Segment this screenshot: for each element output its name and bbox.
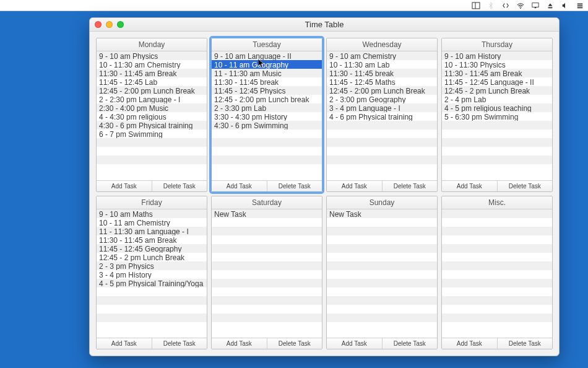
task-row[interactable] [97, 164, 207, 173]
task-row[interactable] [97, 313, 207, 322]
task-row[interactable]: 11:45 - 12:45 Maths [327, 77, 437, 86]
add-task-button[interactable]: Add Task [327, 181, 383, 191]
task-row[interactable]: 11:45 - 12:45 Geography [97, 244, 207, 253]
task-row[interactable]: New Task [212, 209, 322, 218]
task-row[interactable]: 9 - 10 am Chemistry [327, 51, 437, 60]
task-row[interactable] [442, 209, 552, 218]
task-row[interactable] [97, 156, 207, 164]
task-row[interactable] [442, 129, 552, 138]
task-row[interactable]: 9 - 10 am Maths [97, 209, 207, 218]
task-row[interactable] [212, 156, 322, 164]
task-list[interactable]: 9 - 10 am Language - II10 - 11 am Geogra… [212, 51, 322, 180]
task-row[interactable] [327, 227, 437, 235]
eject-icon[interactable] [546, 1, 555, 10]
task-row[interactable] [212, 138, 322, 147]
task-list[interactable]: 9 - 10 am Chemistry10 - 11:30 am Lab11:3… [327, 51, 437, 180]
task-row[interactable]: 4 - 5 pm Physical Training/Yoga [97, 279, 207, 287]
task-row[interactable] [442, 287, 552, 296]
task-row[interactable] [212, 296, 322, 305]
task-row[interactable]: 9 - 10 am Physics [97, 51, 207, 60]
task-row[interactable]: 10 - 11:30 am Chemistry [97, 60, 207, 69]
airplay-icon[interactable] [531, 1, 540, 10]
task-row[interactable]: 12:45 - 2 pm Lunch Break [442, 86, 552, 95]
task-row[interactable] [97, 305, 207, 313]
volume-icon[interactable] [561, 1, 569, 10]
task-row[interactable] [327, 296, 437, 305]
task-row[interactable] [442, 296, 552, 305]
add-task-button[interactable]: Add Task [97, 338, 152, 349]
task-row[interactable] [327, 270, 437, 279]
task-row[interactable] [97, 322, 207, 331]
task-row[interactable] [442, 253, 552, 261]
sidebar-icon[interactable] [472, 1, 480, 10]
task-row[interactable] [97, 138, 207, 147]
task-row[interactable]: 10 - 11 am Chemistry [97, 218, 207, 227]
minimize-window-button[interactable] [106, 21, 113, 28]
task-row[interactable] [442, 121, 552, 129]
task-row[interactable] [442, 147, 552, 156]
task-row[interactable]: 2 - 4 pm Lab [442, 95, 552, 103]
task-row[interactable]: 11:30 - 11:45 am Break [97, 69, 207, 77]
add-task-button[interactable]: Add Task [212, 338, 267, 349]
task-row[interactable] [442, 227, 552, 235]
task-row[interactable] [327, 287, 437, 296]
task-row[interactable]: 3 - 4 pm Language - I [327, 103, 437, 112]
task-row[interactable] [327, 138, 437, 147]
task-row[interactable] [327, 121, 437, 129]
task-list[interactable]: New Task [212, 209, 322, 338]
task-row[interactable] [212, 279, 322, 287]
task-row[interactable]: 2 - 3:30 pm Lab [212, 103, 322, 112]
task-row[interactable]: 2 - 3:00 pm Geography [327, 95, 437, 103]
delete-task-button[interactable]: Delete Task [152, 338, 207, 349]
task-row[interactable]: 2 - 3 pm Physics [97, 261, 207, 270]
task-list[interactable]: New Task [327, 209, 437, 338]
task-row[interactable] [442, 244, 552, 253]
task-row[interactable]: 4 - 6 pm Physical training [327, 112, 437, 121]
task-row[interactable] [212, 287, 322, 296]
task-row[interactable] [442, 322, 552, 331]
task-row[interactable] [212, 322, 322, 331]
task-row[interactable]: 9 - 10 am History [442, 51, 552, 60]
task-row[interactable] [212, 147, 322, 156]
task-row[interactable] [212, 270, 322, 279]
task-row[interactable]: 12:45 - 2:00 pm Lunch Break [97, 86, 207, 95]
task-row[interactable] [212, 253, 322, 261]
task-row[interactable] [442, 305, 552, 313]
code-icon[interactable] [501, 1, 510, 10]
task-row[interactable]: 6 - 7 pm Swimming [97, 129, 207, 138]
task-row[interactable]: 2:30 - 4:00 pm Music [97, 103, 207, 112]
add-task-button[interactable]: Add Task [212, 181, 267, 191]
task-row[interactable] [212, 235, 322, 244]
task-row[interactable] [327, 305, 437, 313]
task-list[interactable]: 9 - 10 am History10 - 11:30 Physics11:30… [442, 51, 552, 180]
task-row[interactable] [442, 261, 552, 270]
task-row[interactable]: 4:30 - 6 pm Physical training [97, 121, 207, 129]
task-row[interactable] [212, 313, 322, 322]
delete-task-button[interactable]: Delete Task [267, 181, 322, 191]
add-task-button[interactable]: Add Task [97, 181, 152, 191]
add-task-button[interactable]: Add Task [327, 338, 383, 349]
task-row[interactable] [327, 129, 437, 138]
task-row[interactable]: 12:45 - 2 pm Lunch Break [97, 253, 207, 261]
task-row[interactable]: 11:30 - 11:45 am Break [97, 235, 207, 244]
task-row[interactable] [327, 235, 437, 244]
task-row[interactable]: 12:45 - 2:00 pm Lunch Break [327, 86, 437, 95]
delete-task-button[interactable]: Delete Task [383, 338, 438, 349]
task-row[interactable]: 3 - 4 pm History [97, 270, 207, 279]
delete-task-button[interactable]: Delete Task [152, 181, 207, 191]
task-row[interactable] [212, 227, 322, 235]
task-row[interactable]: 12:45 - 2:00 pm Lunch break [212, 95, 322, 103]
task-row[interactable]: 10 - 11 am Geography [212, 60, 322, 69]
task-row[interactable] [327, 313, 437, 322]
task-row[interactable] [212, 305, 322, 313]
task-row[interactable]: 5 - 6:30 pm Swimming [442, 112, 552, 121]
task-row[interactable]: 11:30 - 11:45 break [212, 77, 322, 86]
task-row[interactable] [212, 129, 322, 138]
bluetooth-icon[interactable] [486, 1, 495, 10]
add-task-button[interactable]: Add Task [442, 181, 498, 191]
wifi-icon[interactable] [516, 1, 525, 10]
task-row[interactable]: 3:30 - 4:30 pm History [212, 112, 322, 121]
task-row[interactable]: New Task [327, 209, 437, 218]
task-row[interactable]: 4 - 4:30 pm religious [97, 112, 207, 121]
notifications-icon[interactable] [576, 1, 584, 10]
